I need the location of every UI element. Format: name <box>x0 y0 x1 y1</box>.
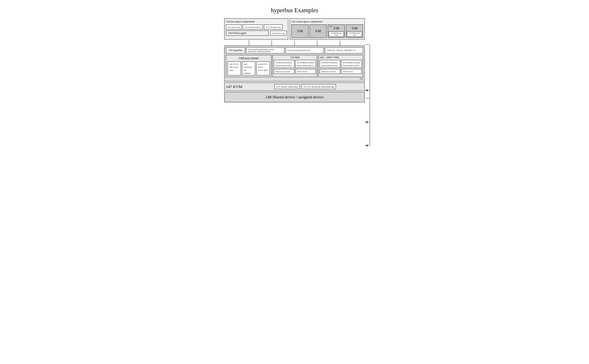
arrow-labels: 1463 <box>226 78 363 80</box>
vmm145-section: 145VMM ICCM/KVM backend shared memory de… <box>272 55 317 77</box>
box-1412: 1412 external interface <box>243 24 263 29</box>
page-title: hyperbus Examples <box>224 7 365 14</box>
vmm145-item1-text: ICCM/KVM backend shared memory device <box>275 62 292 67</box>
vmm145-title: 145VMM <box>274 56 316 59</box>
page: hyperbus Examples 141user-space componen… <box>219 3 370 107</box>
host-agent-label: 1414 Host agent <box>228 32 247 35</box>
hyperbus-sub1: 1431 hyperbus performance service framew… <box>246 47 284 53</box>
shared-device-label: 148 Shared device / assigned device <box>265 95 323 99</box>
connector-5 <box>340 40 340 46</box>
pvvmm-item2: ICCM/QEMU backend shared memory device <box>341 60 362 68</box>
vmm145-item4: VirtIO service <box>295 69 316 74</box>
label-1411: 1411 device mgr <box>228 26 240 28</box>
kvm-item2-text: 1472 ICCM/Upcall virtual interrupt <box>303 85 334 88</box>
hyperbus-sub1-text: 1431 hyperbus performance service framew… <box>248 48 283 52</box>
user-space-row2: 1414 Host agent 14141 policy mgr <box>226 30 287 36</box>
label-1413: 1413 VM mgt center <box>266 26 281 28</box>
vm-label-4: VM <box>346 25 363 31</box>
vm-box-2: VM <box>310 24 327 38</box>
arrow-1462-label: 1462 <box>366 44 369 46</box>
vmm145-item2-text: ICCM/QEMU backend shared memory device <box>297 62 314 67</box>
hyperbus-label: 143 hyperbus <box>226 47 245 53</box>
right-arrows-svg: 1462 1464 <box>365 18 375 102</box>
hyperbus-sub3-text: 1433ICCM ; UPCALL; PDF/PEP; TCS <box>327 49 356 51</box>
connector-2 <box>272 40 272 46</box>
pvvmm-item2-text: ICCM/QEMU backend shared memory device <box>343 62 360 67</box>
linux-item-1: 1441 ICCM AIO service agent <box>228 61 241 75</box>
connector-3 <box>294 40 295 46</box>
connector-4 <box>317 40 317 46</box>
connector-1 <box>249 40 249 46</box>
pvvmm-inner2: Radix tree traverser VirtIO service <box>320 69 362 74</box>
user-space-row1: 1411 device mgr 1412 external interface … <box>226 24 287 29</box>
kvm-label: 147 KVM <box>226 84 242 89</box>
pvvmm-item3: Radix tree traverser <box>320 69 340 74</box>
vm-box-1: VM <box>291 24 308 38</box>
label-1412: 1412 external interface <box>244 26 261 28</box>
kvm-item1-text: 1471 Upcall virtual timer <box>276 85 298 88</box>
hyperbus-label-text: 143 hyperbus <box>228 49 243 52</box>
hyperbus-top: 143 hyperbus 1431 hyperbus performance s… <box>226 47 363 53</box>
pvvmm-label: 146PV VMM <box>326 56 339 59</box>
pvvmm-section: 1461 146PV VMM ICCM/KVM backend shared m… <box>318 55 363 77</box>
vm-label-1: VM <box>297 29 303 33</box>
pvvmm-title: 1461 146PV VMM <box>320 56 362 59</box>
linux-item-1-text: 1441 ICCM AIO service agent <box>229 63 238 71</box>
linux-inner: 1441 ICCM AIO service agent 1442 customi… <box>228 61 270 75</box>
row1: 141user-space components 1411 device mgr… <box>224 18 365 39</box>
policy-mgr-box: 14141 policy mgr <box>270 31 287 36</box>
user-space-inner: 1411 device mgr 1412 external interface … <box>226 24 287 36</box>
arrow-1464-label: 1464 <box>366 97 369 99</box>
pvvmm-item4-text: VirtIO service <box>343 71 353 73</box>
pvvmm-item1: ICCM/KVM backend shared memory device <box>320 60 340 68</box>
pvvmm-number: 1461 <box>320 56 324 59</box>
hyperbus-row: 143 hyperbus 1431 hyperbus performance s… <box>224 46 365 81</box>
connector-area <box>224 40 365 46</box>
box-1413: 1413 VM mgt center <box>264 24 283 29</box>
guest-inner: VM VM 1421 VM ICCM/Upcall Dvr VM <box>291 24 363 38</box>
host-agent-box: 1414 Host agent <box>226 30 268 36</box>
guest-space-section: 142 Guest-space components VM VM 1421 VM <box>290 18 365 39</box>
hyperbus-sub2-text: 1432 networked hyperbus VSP <box>287 49 310 51</box>
shared-device-section: 148 Shared device / assigned device <box>224 92 365 102</box>
guest-space-title: 142 Guest-space components <box>291 20 363 23</box>
vm-box-4: VM ICCM/Upcall Dvr <box>346 24 363 38</box>
user-space-title: 141user-space components <box>226 20 287 23</box>
box-1411: 1411 device mgr <box>226 24 242 29</box>
linux-item-2-text: 1442 customized task scheduler <box>244 63 252 74</box>
linux-title: 144Linux kernel <box>228 57 270 60</box>
linux-item-3-text: 1443 ICCM device service agent <box>258 63 268 71</box>
vmm145-item4-text: VirtIO service <box>297 71 308 73</box>
vmm145-item1: ICCM/KVM backend shared memory device <box>274 60 294 68</box>
vm-label-2: VM <box>315 29 321 33</box>
vm-number-3: 1421 <box>329 25 332 27</box>
policy-mgr-label: 14141 policy mgr <box>272 32 285 34</box>
vmm145-item3: Radix tree traverser <box>274 69 294 74</box>
vm-box-3: 1421 VM ICCM/Upcall Dvr <box>328 24 345 38</box>
linux-kernel-section: 144Linux kernel 1441 ICCM AIO service ag… <box>226 55 271 77</box>
vmm145-item2: ICCM/QEMU backend shared memory device <box>295 60 316 68</box>
linux-item-2: 1442 customized task scheduler <box>242 61 255 75</box>
hyperbus-sub2: 1432 networked hyperbus VSP <box>285 47 324 53</box>
vmm145-inner2: Radix tree traverser VirtIO service <box>274 69 316 74</box>
pvvmm-item1-text: ICCM/KVM backend shared memory device <box>321 62 338 67</box>
user-space-section: 141user-space components 1411 device mgr… <box>224 18 288 39</box>
kvm-section: 147 KVM 1471 Upcall virtual timer 1472 I… <box>224 83 365 91</box>
diagram: 141user-space components 1411 device mgr… <box>224 18 365 102</box>
linux-item-3: 1443 ICCM device service agent <box>256 61 270 75</box>
pvvmm-item3-text: Radix tree traverser <box>321 71 336 73</box>
hyperbus-sub3: 1433ICCM ; UPCALL; PDF/PEP; TCS <box>325 47 363 53</box>
label-1463: 1463 <box>360 78 363 80</box>
iccm-tag-4: ICCM/Upcall Dvr <box>347 32 362 37</box>
kvm-items: 1471 Upcall virtual timer 1472 ICCM/Upca… <box>247 84 363 89</box>
kvm-item2: 1472 ICCM/Upcall virtual interrupt <box>301 84 336 89</box>
vmm145-item3-text: Radix tree traverser <box>275 71 290 73</box>
pvvmm-inner: ICCM/KVM backend shared memory device IC… <box>320 60 362 68</box>
vmm145-inner: ICCM/KVM backend shared memory device IC… <box>274 60 316 68</box>
kvm-item1: 1471 Upcall virtual timer <box>275 84 300 89</box>
hyperbus-mid-row: 144Linux kernel 1441 ICCM AIO service ag… <box>226 55 363 77</box>
iccm-tag-3: ICCM/Upcall Dvr <box>329 32 344 37</box>
pvvmm-item4: VirtIO service <box>341 69 362 74</box>
